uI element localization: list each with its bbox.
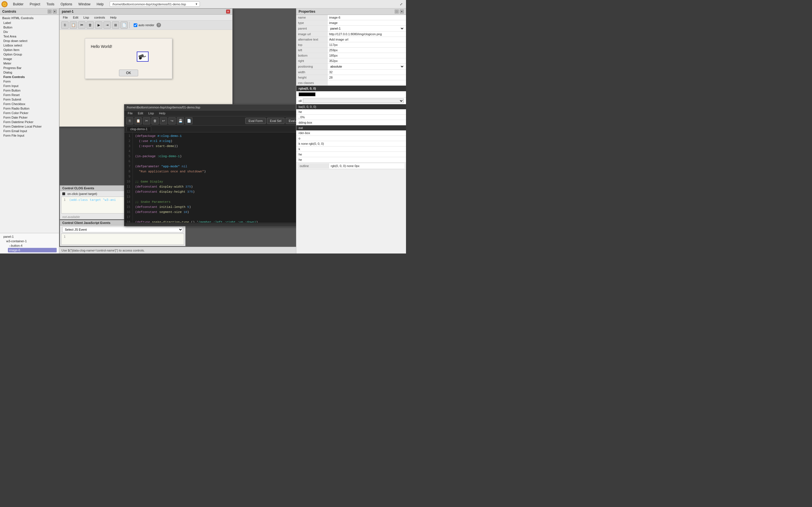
menu-tools[interactable]: Tools bbox=[44, 1, 57, 7]
controls-item-label[interactable]: Label bbox=[0, 20, 59, 25]
controls-item-forminput[interactable]: Form Input bbox=[0, 83, 59, 88]
controls-item-formradio[interactable]: Form Radio Button bbox=[0, 106, 59, 111]
eval-all-btn[interactable]: Eval All bbox=[286, 118, 296, 124]
controls-item-meter[interactable]: Meter bbox=[0, 61, 59, 66]
code-save-btn[interactable]: 💾 bbox=[177, 117, 184, 124]
controls-item-formdate[interactable]: Form Date Picker bbox=[0, 115, 59, 120]
panel1-menu-edit[interactable]: Edit bbox=[71, 15, 81, 20]
menu-project[interactable]: Project bbox=[27, 1, 43, 7]
code-new-btn[interactable]: 📄 bbox=[185, 117, 193, 124]
controls-item-image[interactable]: Image bbox=[0, 57, 59, 61]
prop-value-bottom[interactable]: 185px bbox=[327, 53, 406, 58]
menu-options[interactable]: Options bbox=[58, 1, 75, 7]
prop-positioning-select[interactable]: absolute bbox=[329, 64, 405, 68]
controls-item-optgroup[interactable]: Option Group bbox=[0, 52, 59, 57]
controls-item-formdatetimelocal[interactable]: Form Datetime Local Picker bbox=[0, 124, 59, 129]
controls-item-listbox[interactable]: Listbox select bbox=[0, 43, 59, 48]
panel1-help-badge[interactable]: ? bbox=[156, 23, 161, 27]
panel1-titlebar[interactable]: panel-1 × bbox=[59, 9, 232, 15]
clog-js-select[interactable]: Select JS Event bbox=[62, 227, 183, 232]
controls-item-progress[interactable]: Progress Bar bbox=[0, 66, 59, 70]
outline-value[interactable]: rgb(0, 0, 0) none 0px bbox=[329, 163, 404, 168]
controls-item-formfile[interactable]: Form File Input bbox=[0, 133, 59, 138]
controls-item-formcontrols[interactable]: Form Controls bbox=[0, 75, 59, 79]
eval-sel-btn[interactable]: Eval Sel bbox=[267, 118, 285, 124]
controls-item-form[interactable]: Form bbox=[0, 79, 59, 83]
prop-value-cssclasses[interactable] bbox=[327, 80, 406, 86]
controls-item-formbutton[interactable]: Form Button bbox=[0, 88, 59, 93]
controls-item-button[interactable]: Button bbox=[0, 25, 59, 30]
props-color-swatch-black[interactable] bbox=[299, 93, 315, 96]
prop-value-top[interactable]: 117px bbox=[327, 42, 406, 48]
panel1-copy-btn[interactable]: ⎘ bbox=[61, 21, 68, 29]
menu-builder[interactable]: Builder bbox=[10, 1, 26, 7]
controls-item-formdatetime[interactable]: Form Datetime Picker bbox=[0, 120, 59, 124]
panel1-cut-btn[interactable]: ✂ bbox=[78, 21, 86, 29]
code-bottom-scrollbar[interactable] bbox=[124, 223, 296, 226]
code-redo-btn[interactable]: ↪ bbox=[168, 117, 175, 124]
code-delete-btn[interactable]: 🗑 bbox=[151, 117, 159, 124]
code-menu-lisp[interactable]: Lisp bbox=[146, 111, 156, 115]
maximize-button[interactable]: ⤢ bbox=[398, 2, 405, 7]
controls-item-div[interactable]: Div bbox=[0, 30, 59, 34]
prop-value-right[interactable]: 352px bbox=[327, 58, 406, 64]
controls-item-textarea[interactable]: Text Area bbox=[0, 34, 59, 39]
filepath-dropdown-icon[interactable]: ▾ bbox=[196, 2, 197, 6]
controls-item-dropdown[interactable]: Drop down select bbox=[0, 39, 59, 43]
controls-item-formcheckbox[interactable]: Form Checkbox bbox=[0, 102, 59, 106]
code-undo-btn[interactable]: ↩ bbox=[160, 117, 167, 124]
panel1-menu-file[interactable]: File bbox=[61, 15, 70, 20]
controls-item-option[interactable]: Option Item bbox=[0, 48, 59, 52]
panel1-menu-lisp[interactable]: Lisp bbox=[81, 15, 91, 20]
prop-parent-select[interactable]: panel-1 bbox=[329, 26, 405, 31]
panel1-menu-controls[interactable]: controls bbox=[92, 15, 107, 20]
code-menu-file[interactable]: File bbox=[125, 111, 135, 115]
panel1-close-btn[interactable]: × bbox=[226, 10, 230, 13]
props-close-btn[interactable]: × bbox=[400, 10, 404, 13]
code-copy-btn[interactable]: ⎘ bbox=[126, 117, 133, 124]
panel1-delete-btn[interactable]: 🗑 bbox=[87, 21, 94, 29]
props-minimize-btn[interactable]: □ bbox=[395, 10, 399, 13]
prop-value-alttext[interactable]: Add image url bbox=[327, 37, 406, 42]
auto-render-checkbox[interactable] bbox=[134, 23, 137, 27]
code-menu-help[interactable]: Help bbox=[157, 111, 168, 115]
image-box[interactable] bbox=[137, 52, 149, 62]
tree-item-button4[interactable]: --button-4 bbox=[8, 243, 57, 248]
tree-item-image6[interactable]: image-6 bbox=[8, 248, 57, 252]
panel1-new-btn[interactable]: 📄 bbox=[120, 21, 128, 29]
panel1-run-btn[interactable]: ▶ bbox=[95, 21, 102, 29]
menu-window[interactable]: Window bbox=[75, 1, 93, 7]
panel1-grid-btn[interactable]: ⊞ bbox=[112, 21, 119, 29]
prop-value-height[interactable]: 28 bbox=[327, 75, 406, 80]
prop-value-imageurl[interactable]: http://127.0.0.1:8080/img/clogicon.png bbox=[327, 32, 406, 37]
code-menu-edit[interactable]: Edit bbox=[136, 111, 146, 115]
panel1-paste-btn[interactable]: 📋 bbox=[70, 21, 77, 29]
code-horizontal-track[interactable] bbox=[125, 223, 296, 226]
controls-item-formcolor[interactable]: Form Color Picker bbox=[0, 111, 59, 115]
code-editor-titlebar[interactable]: /home/dbotton/common-lisp/clog/demos/01-… bbox=[124, 105, 296, 110]
tree-item-panel1[interactable]: panel-1 bbox=[2, 234, 57, 239]
prop-value-parent[interactable]: panel-1 bbox=[327, 25, 406, 32]
code-paste-btn[interactable]: 📋 bbox=[135, 117, 142, 124]
code-cut-btn[interactable]: ✂ bbox=[143, 117, 150, 124]
prop-value-name[interactable]: image-6 bbox=[327, 15, 406, 20]
controls-item-formsubmit[interactable]: Form Submit bbox=[0, 97, 59, 102]
prop-value-width[interactable]: 32 bbox=[327, 69, 406, 75]
clog-events-label[interactable]: on-click (panel target) bbox=[67, 192, 97, 195]
controls-minimize-btn[interactable]: □ bbox=[48, 10, 52, 13]
panel1-indent-btn[interactable]: ⇥ bbox=[103, 21, 111, 29]
clog-events-code[interactable]: (add-class target "w3-ani bbox=[69, 198, 116, 202]
code-tab-clogdemo1[interactable]: clog-demo-1 bbox=[126, 126, 151, 131]
controls-item-formreset[interactable]: Form Reset bbox=[0, 93, 59, 97]
tree-item-w3container[interactable]: w3-container-1 bbox=[5, 239, 57, 243]
prop-value-positioning[interactable]: absolute bbox=[327, 64, 406, 69]
panel1-menu-help[interactable]: Help bbox=[108, 15, 119, 20]
eval-form-btn[interactable]: Eval Form bbox=[245, 118, 266, 124]
controls-close-btn[interactable]: × bbox=[53, 10, 57, 13]
ok-button[interactable]: OK bbox=[119, 69, 138, 76]
controls-item-dialog[interactable]: Dialog bbox=[0, 70, 59, 75]
menu-help[interactable]: Help bbox=[94, 1, 107, 7]
code-content[interactable]: (defpackage #:clog-demo-1 (:use #:cl #:c… bbox=[133, 132, 296, 223]
props-scroll-select[interactable] bbox=[303, 99, 404, 103]
controls-item-formemail[interactable]: Form Email Input bbox=[0, 129, 59, 133]
